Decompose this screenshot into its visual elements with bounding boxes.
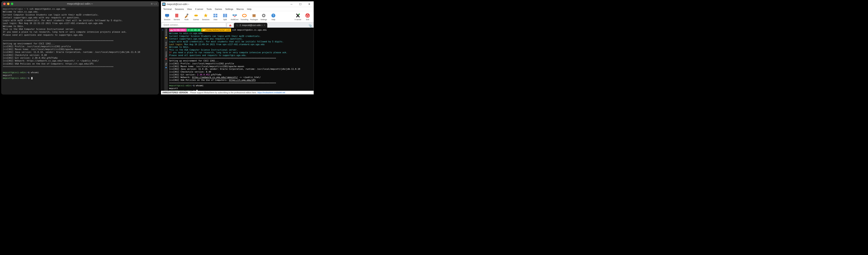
env-line: [cs1302] Git version: 2.30.0.452.gfb7fa4…	[3, 57, 58, 59]
side-sftp[interactable]: Sftp	[165, 63, 167, 68]
svg-rect-2	[163, 5, 164, 5]
motd-line: Contact support@cs.uga.edu with any requ…	[169, 37, 243, 40]
window-title: mepcott@csci-odin:~	[1, 2, 159, 5]
svg-rect-28	[307, 14, 308, 16]
app-icon	[162, 3, 165, 6]
local-prompt: mepcotterell@io ~ %	[3, 8, 29, 10]
quick-connect-input[interactable]	[162, 22, 226, 27]
status-line: 📅16/08/2021⏱22:49.49📁/home/mobaxterm/.ss…	[169, 28, 312, 32]
svg-rect-18	[235, 14, 237, 16]
motd-line: Welcome to odin.cs.uga.edu.	[3, 10, 39, 13]
whoami-output: mepcott	[169, 87, 178, 89]
status-date: 📅16/08/2021	[169, 28, 187, 32]
env-line: [cs1302] Maven home: /usr/local/mepcott/…	[3, 48, 82, 51]
sidebar-tabs: Sessions Tools Macros Sftp	[164, 28, 168, 91]
env-policies-pre: [cs1302] UGA Policies on the Use of Comp…	[169, 79, 229, 81]
menubar: Terminal Sessions View X server Tools Ga…	[161, 7, 314, 11]
menu-view[interactable]: View	[186, 7, 193, 11]
toolbar-servers[interactable]: Servers	[172, 13, 182, 21]
remote-prompt-user: mepcott@csci-odin	[169, 84, 191, 87]
toolbar-multiexec[interactable]: MultiExec	[230, 13, 240, 21]
remote-prompt-user: mepcott@csci-odin	[3, 77, 26, 79]
minimize-button[interactable]: ─	[287, 1, 296, 7]
menu-sessions[interactable]: Sessions	[174, 7, 185, 11]
motd-line: If you need a place to run research, lon…	[3, 31, 127, 33]
rule-line: ========================================…	[3, 39, 114, 42]
svg-text:?: ?	[273, 14, 274, 17]
env-git-ver: 2.30.0.452	[197, 74, 210, 76]
toolbar: Session Servers Tools Games Sessions Vie…	[161, 11, 314, 22]
whoami-cmd: whoami	[31, 71, 39, 74]
toolbar-session[interactable]: Session	[162, 13, 172, 21]
motd-line: you need a place to run research, long t…	[172, 51, 287, 54]
quick-connect[interactable]	[162, 22, 226, 27]
svg-rect-5	[175, 14, 178, 15]
terminal-output[interactable]: 📅16/08/2021⏱22:49.49📁/home/mobaxterm/.ss…	[168, 28, 314, 91]
win-titlebar: mepcott@csci-odin:~ ─ ☐ ✕	[161, 1, 314, 7]
svg-point-19	[242, 14, 246, 17]
menu-settings[interactable]: Settings	[224, 7, 235, 11]
motd-line: Login with myID credentials. For most st…	[3, 19, 123, 22]
svg-point-8	[187, 13, 188, 15]
session-tab[interactable]: >_ 2. mepcott@csci-odin:~ ×	[234, 23, 267, 28]
env-webwork-pre: [cs1302] Webwork:	[169, 76, 192, 78]
tab-close-icon[interactable]: ×	[264, 24, 265, 27]
toolbar-exit[interactable]: Exit	[303, 13, 312, 21]
maximize-button[interactable]: ☐	[296, 1, 305, 7]
toolbar-sessions[interactable]: Sessions	[201, 13, 211, 21]
toolbar-tools[interactable]: Tools	[182, 13, 191, 21]
last-login: Mon Aug 16 22:49:34 2021 from vpn-s117-h…	[183, 43, 265, 46]
side-sessions[interactable]: Sessions	[165, 29, 167, 39]
toolbar-xserver[interactable]: X server	[293, 13, 303, 21]
client-area: » Sessions Tools Macros Sftp 📅16/08/2021…	[161, 28, 314, 91]
side-tools[interactable]: Tools	[165, 42, 167, 49]
toolbar-settings[interactable]: Settings	[259, 13, 269, 21]
motd-line: This is the UGA Computer Science Instruc…	[3, 28, 75, 30]
svg-rect-17	[232, 14, 235, 16]
motd-line: This is the UGA Computer Science Instruc…	[169, 49, 238, 51]
sidebar-expand[interactable]: »	[161, 28, 164, 91]
home-tab[interactable]	[227, 23, 234, 28]
svg-rect-11	[213, 14, 215, 15]
ssh-command: ssh mepcott@odin.cs.uga.edu	[29, 8, 65, 10]
remote-prompt-path: ~	[27, 71, 28, 74]
svg-rect-13	[213, 16, 215, 17]
toolbar-split[interactable]: Split	[220, 13, 230, 21]
menu-xserver[interactable]: X server	[194, 7, 205, 11]
motd-line: Please send all questions and requests t…	[169, 54, 247, 56]
env-line: [cs1302] Profile: /usr/local/mepcott/cs1…	[169, 62, 234, 65]
menu-terminal[interactable]: Terminal	[162, 7, 173, 11]
toolbar-help[interactable]: ?Help	[269, 13, 278, 21]
mobaxterm-link[interactable]: https://mobaxterm.mobatek.net	[257, 91, 285, 94]
svg-rect-12	[216, 14, 217, 15]
toolbar-games[interactable]: Games	[191, 13, 201, 21]
env-line: [cs1302] Java version: 11.0.10, vendor: …	[169, 68, 300, 70]
toolbar-packages[interactable]: Packages	[249, 13, 259, 21]
paperclip-icon[interactable]: 📎	[309, 24, 312, 28]
svg-point-34	[165, 67, 167, 68]
toolbar-tunneling[interactable]: Tunneling	[240, 13, 249, 21]
terminal-output[interactable]: mepcotterell@io ~ % ssh mepcott@odin.cs.…	[1, 6, 159, 94]
motd-line: Welcome to Odin.	[3, 25, 24, 28]
menu-games[interactable]: Games	[214, 7, 223, 11]
svg-rect-3	[165, 14, 169, 17]
svg-rect-1	[163, 3, 165, 5]
tab-label: 2. mepcott@csci-odin:~	[240, 24, 263, 26]
svg-rect-14	[216, 16, 217, 17]
status-cmd: ssh mepcott@odin.cs.uga.edu	[232, 29, 267, 31]
svg-marker-31	[165, 37, 167, 38]
svg-text:>_: >_	[237, 24, 238, 26]
menu-tools[interactable]: Tools	[205, 7, 213, 11]
side-macros[interactable]: Macros	[165, 51, 167, 60]
close-button[interactable]: ✕	[305, 1, 314, 7]
env-setup-heading: Setting up environment for CSCI 1302...	[169, 59, 219, 62]
env-line: [cs1302] Java version: 11.0.10, vendor: …	[3, 51, 140, 53]
last-login-label: Last login:	[169, 43, 183, 46]
motd-line: Welcome to Odin.	[169, 46, 189, 48]
menu-macros[interactable]: Macros	[235, 7, 245, 11]
motd-line: Contact support@cs.uga.edu with any requ…	[3, 16, 80, 19]
svg-rect-16	[225, 14, 227, 17]
toolbar-view[interactable]: View	[211, 13, 220, 21]
motd-line: Current Computer Science Students can lo…	[3, 13, 99, 16]
menu-help[interactable]: Help	[246, 7, 253, 11]
